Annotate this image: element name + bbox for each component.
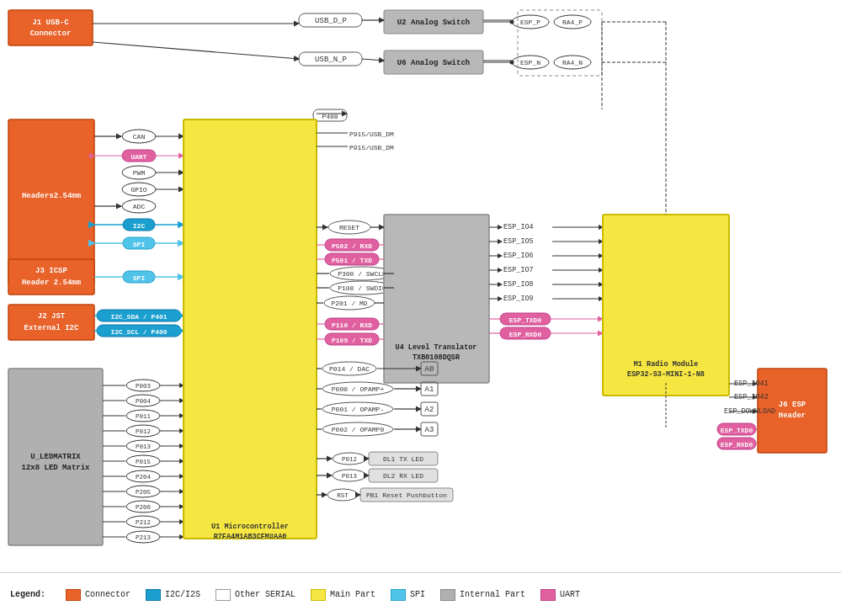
p000-opamp-text: P000 / OPAMP+ (332, 385, 385, 393)
j2-label2: External I2C (24, 324, 79, 332)
p012-text: P012 (136, 428, 151, 435)
j3-icsp-connector (8, 259, 94, 295)
p001-opamp-text: P001 / OPAMP- (332, 406, 384, 413)
esp-io6-text: ESP_IO6 (503, 252, 534, 260)
legend-spi: SPI (391, 589, 425, 601)
p204-text: P204 (136, 474, 152, 481)
p011-text: P011 (136, 413, 152, 420)
legend-internal-part: Internal Part (440, 589, 525, 601)
p502-rxd-text: P502 / RXD (332, 242, 372, 250)
p213-text: P213 (136, 534, 152, 541)
esp-io7-text: ESP_IO7 (503, 266, 534, 274)
legend-connector: Connector (66, 589, 130, 601)
i2c-text: I2C (133, 222, 146, 230)
p501-txd-text: P501 / TXD (332, 257, 372, 264)
legend-other-serial: Other SERIAL (216, 589, 295, 601)
esp-io8-text: ESP_IO8 (503, 280, 534, 289)
legend-connector-label: Connector (85, 590, 130, 599)
legend-bar: Legend: Connector I2C/I2S Other SERIAL M… (0, 572, 841, 616)
legend-i2c: I2C/I2S (146, 589, 200, 601)
legend-connector-swatch (66, 589, 81, 601)
p915-dm-text1: P915/USB_DM (349, 130, 394, 138)
ledmatrix-label2: 12x8 LED Matrix (21, 464, 90, 472)
u1-microcontroller (184, 119, 317, 539)
p110-rxd-text: P110 / RXD (332, 321, 372, 329)
p015-text: P015 (136, 459, 152, 465)
j2-jst-connector (8, 305, 94, 340)
i2c-sda-text: I2C_SDA / P401 (110, 313, 167, 321)
legend-main-part-label: Main Part (330, 590, 375, 599)
legend-main-part-swatch (311, 589, 326, 601)
p013-text: P013 (136, 443, 152, 450)
j1-usb-connector (8, 10, 93, 45)
p004-text: P004 (136, 398, 152, 405)
u2-label: U2 Analog Switch (397, 19, 470, 27)
u6-label: U6 Analog Switch (397, 59, 470, 67)
u4-label2: TXB0108DQSR (413, 353, 460, 362)
spi-headers-text: SPI (133, 241, 146, 248)
pb1-reset-text: PB1 Reset Pushbutton (366, 491, 447, 499)
p012-led-text: P012 (342, 456, 357, 463)
ra4-p-text: RA4_P (562, 19, 583, 26)
adc-text: ADC (133, 203, 146, 210)
usb-np-text: USB_N_P (315, 56, 347, 64)
can-text: CAN (133, 133, 146, 141)
reset-text: RESET (339, 224, 359, 231)
p013-led-text: P013 (342, 473, 358, 480)
j1-label2: Connector (30, 29, 72, 38)
legend-internal-swatch (440, 589, 455, 601)
p003-text: P003 (136, 383, 152, 390)
legend-uart: UART (540, 589, 580, 601)
p002-opamp0-text: P002 / OPAMP0 (332, 426, 385, 433)
pwm-text: PWM (133, 169, 146, 177)
esp-rxd0-u4-text: ESP_RXD0 (509, 331, 542, 338)
a3-text: A3 (425, 426, 434, 434)
legend-i2c-swatch (146, 589, 161, 601)
legend-internal-label: Internal Part (460, 590, 525, 599)
p206-text: P206 (136, 504, 152, 511)
ledmatrix-label1: U_LEDMATRIX (30, 453, 81, 461)
gpio-text: GPIO (130, 186, 146, 194)
p014-dac-text: P014 / DAC (329, 365, 370, 373)
m1-label1: M1 Radio Module (634, 360, 699, 369)
rst-text: RST (337, 492, 349, 499)
j1-label: J1 USB-C (32, 19, 69, 27)
junction-esp-p (510, 20, 514, 24)
dl1-tx-led-text: DL1 TX LED (383, 455, 423, 463)
i2c-scl-text: I2C_SCL / P400 (110, 328, 167, 336)
usb-np-line (93, 42, 299, 59)
diagram-container: J1 USB-C Connector USB_D_P USB_N_P U2 An… (0, 0, 841, 572)
schematic-svg: J1 USB-C Connector USB_D_P USB_N_P U2 An… (0, 0, 841, 572)
esp-p-text: ESP_P (520, 19, 540, 26)
legend-title: Legend: (10, 590, 45, 599)
j3-label1: J3 ICSP (35, 267, 67, 275)
legend-uart-label: UART (560, 590, 580, 599)
u4-label1: U4 Level Translator (396, 343, 477, 352)
p201-md-text: P201 / MD (331, 300, 367, 307)
legend-other-serial-label: Other SERIAL (235, 590, 295, 599)
u1-label1: U1 Microcontroller (211, 523, 289, 531)
a1-text: A1 (425, 385, 434, 394)
legend-main-part: Main Part (311, 589, 375, 601)
legend-spi-label: SPI (410, 590, 425, 599)
a2-text: A2 (425, 406, 434, 414)
esp-io9-text: ESP_IO9 (503, 295, 534, 303)
legend-other-serial-swatch (216, 589, 231, 601)
spi-j3-text: SPI (133, 274, 146, 282)
esp-io5-text: ESP_IO5 (503, 237, 534, 246)
dl2-rx-led-text: DL2 RX LED (383, 472, 423, 480)
p300-swclk-text: P300 / SWCLK (338, 270, 386, 278)
m1-label2: ESP32-S3-MINI-1-N8 (627, 370, 705, 379)
p915-dm-text2: P915/USB_DM (349, 144, 394, 151)
ra4-n-text: RA4_N (562, 59, 583, 66)
usb-np-u6-line (362, 59, 384, 61)
esp-rxd0-j6-text: ESP_RXD0 (721, 441, 753, 449)
u1-label2: R7FA4M1AB3CFM#AA0 (214, 533, 287, 541)
legend-i2c-label: I2C/I2S (165, 590, 200, 599)
legend-uart-swatch (540, 589, 556, 601)
p212-text: P212 (136, 519, 151, 526)
headers254-label: Headers2.54mm (22, 192, 82, 200)
p109-txd-text: P109 / TXD (332, 337, 372, 344)
uart-text: UART (130, 153, 146, 161)
j6-label2: Header (779, 412, 806, 420)
